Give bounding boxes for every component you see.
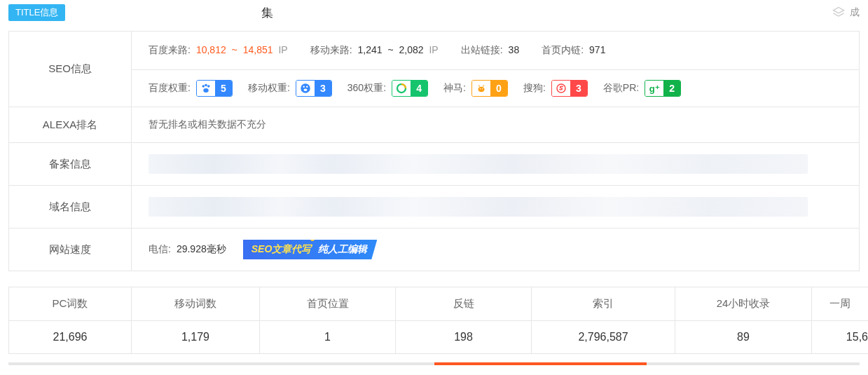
baidu-weight[interactable]: 百度权重: 5 [149, 80, 233, 97]
seo-article-ad-button[interactable]: SEO文章代写 纯人工编辑 [243, 240, 378, 259]
mobile-ip-high: 2,082 [399, 44, 424, 55]
google-pr[interactable]: 谷歌PR: g⁺ 2 [603, 80, 681, 97]
stats-v-week[interactable]: 15,6 [812, 321, 869, 354]
beian-label: 备案信息 [9, 143, 132, 186]
s360-icon [392, 80, 411, 97]
alexa-value: 暂无排名或相关数据不充分 [132, 107, 860, 143]
svg-point-9 [478, 87, 484, 93]
svg-point-6 [306, 86, 308, 88]
mobile-weight[interactable]: 移动权重: 3 [248, 80, 332, 97]
s360-weight[interactable]: 360权重: 4 [347, 80, 428, 97]
stats-h-24h[interactable]: 24小时收录 [675, 287, 812, 321]
stats-value-row: 21,696 1,179 1 198 2,796,587 89 15,6 [9, 321, 869, 354]
svg-point-5 [303, 86, 304, 88]
row-domain: 域名信息 [9, 186, 860, 229]
s360-weight-label: 360权重: [347, 82, 386, 95]
homelinks-label: 首页内链: [542, 44, 584, 57]
row-beian: 备案信息 [9, 143, 860, 186]
baidu-ip-sep: ~ [229, 44, 240, 55]
beian-redacted [149, 154, 808, 174]
seo-ad-left: SEO文章代写 [252, 243, 312, 256]
outlinks-label: 出站链接: [461, 44, 503, 57]
shenma-weight-label: 神马: [443, 82, 466, 95]
domain-redacted [149, 197, 808, 217]
seo-label: SEO信息 [9, 32, 132, 107]
ip-unit-2: IP [429, 44, 438, 55]
seo-weights-line: 百度权重: 5 移动权重: [132, 70, 859, 107]
outbound-links: 出站链接: 38 [461, 44, 519, 57]
mobile-paw-icon [296, 80, 315, 97]
svg-point-3 [203, 88, 209, 93]
sogou-icon [552, 80, 570, 97]
speed-isp-label: 电信: [149, 243, 171, 256]
page-title-suffix: 集 [261, 5, 273, 21]
row-seo: SEO信息 百度来路: 10,812 ~ 14,851 IP 移动来路: [9, 32, 860, 107]
stats-h-backlinks[interactable]: 反链 [396, 287, 532, 321]
stats-v-homepage[interactable]: 1 [260, 321, 396, 354]
stats-h-pc[interactable]: PC词数 [9, 287, 132, 321]
svg-point-7 [303, 88, 307, 91]
layers-icon[interactable] [832, 6, 846, 20]
home-inlinks: 首页内链: 971 [542, 44, 605, 57]
sogou-weight-value: 3 [570, 80, 587, 97]
mobile-ip-low: 1,241 [358, 44, 383, 55]
svg-point-2 [207, 85, 210, 88]
baidu-source: 百度来路: 10,812 ~ 14,851 IP [149, 44, 288, 57]
stats-h-mobile[interactable]: 移动词数 [132, 287, 260, 321]
stats-table: PC词数 移动词数 首页位置 反链 索引 24小时收录 一周 21,696 1,… [8, 287, 868, 354]
top-right-partial-text: 成 [850, 6, 860, 19]
baidu-weight-label: 百度权重: [149, 82, 191, 95]
svg-point-1 [205, 84, 207, 87]
google-plus-icon: g⁺ [645, 80, 663, 97]
stats-v-mobile[interactable]: 1,179 [132, 321, 260, 354]
mobile-weight-label: 移动权重: [248, 82, 290, 95]
mobile-source-label: 移动来路: [310, 44, 352, 57]
outlinks-value: 38 [509, 44, 520, 55]
baidu-ip-high: 14,851 [243, 44, 273, 55]
baidu-source-label: 百度来路: [149, 44, 191, 57]
sogou-weight-label: 搜狗: [523, 82, 546, 95]
ip-unit: IP [278, 44, 287, 55]
stats-v-pc[interactable]: 21,696 [9, 321, 132, 354]
svg-point-10 [480, 88, 481, 90]
stats-v-index[interactable]: 2,796,587 [532, 321, 675, 354]
bottom-indicator-bars [8, 362, 860, 365]
domain-label: 域名信息 [9, 186, 132, 229]
speed-telecom: 电信: 29.928毫秒 [149, 243, 226, 256]
shenma-icon [472, 80, 490, 97]
mobile-source: 移动来路: 1,241 ~ 2,082 IP [310, 44, 439, 57]
baidu-weight-value: 5 [215, 80, 232, 97]
speed-value: 29.928毫秒 [177, 243, 226, 256]
google-pr-value: 2 [663, 80, 680, 97]
stats-v-24h[interactable]: 89 [675, 321, 812, 354]
stats-v-backlinks[interactable]: 198 [396, 321, 532, 354]
svg-point-4 [301, 83, 310, 93]
svg-point-11 [482, 88, 483, 90]
info-table: SEO信息 百度来路: 10,812 ~ 14,851 IP 移动来路: [8, 31, 860, 271]
baidu-ip-low: 10,812 [196, 44, 226, 55]
mobile-weight-value: 3 [315, 80, 331, 97]
stats-h-index[interactable]: 索引 [532, 287, 675, 321]
alexa-label: ALEXA排名 [9, 107, 132, 143]
speed-label: 网站速度 [9, 229, 132, 271]
stats-h-homepage[interactable]: 首页位置 [260, 287, 396, 321]
shenma-weight[interactable]: 神马: 0 [443, 80, 508, 97]
sogou-weight[interactable]: 搜狗: 3 [523, 80, 588, 97]
google-pr-label: 谷歌PR: [603, 82, 639, 95]
svg-point-0 [202, 85, 205, 88]
stats-header-row: PC词数 移动词数 首页位置 反链 索引 24小时收录 一周 [9, 287, 869, 321]
seo-traffic-line: 百度来路: 10,812 ~ 14,851 IP 移动来路: 1,241 ~ [132, 32, 859, 70]
homelinks-value: 971 [589, 44, 605, 55]
seo-ad-right: 纯人工编辑 [318, 243, 367, 256]
baidu-paw-icon [197, 80, 215, 97]
stats-h-week[interactable]: 一周 [812, 287, 869, 321]
shenma-weight-value: 0 [490, 80, 507, 97]
title-badge: TITLE信息 [8, 4, 65, 21]
row-speed: 网站速度 电信: 29.928毫秒 SEO文章代写 纯人工编辑 [9, 229, 860, 271]
title-bar: TITLE信息 集 成 [0, 0, 868, 31]
row-alexa: ALEXA排名 暂无排名或相关数据不充分 [9, 107, 860, 143]
s360-weight-value: 4 [411, 80, 427, 97]
